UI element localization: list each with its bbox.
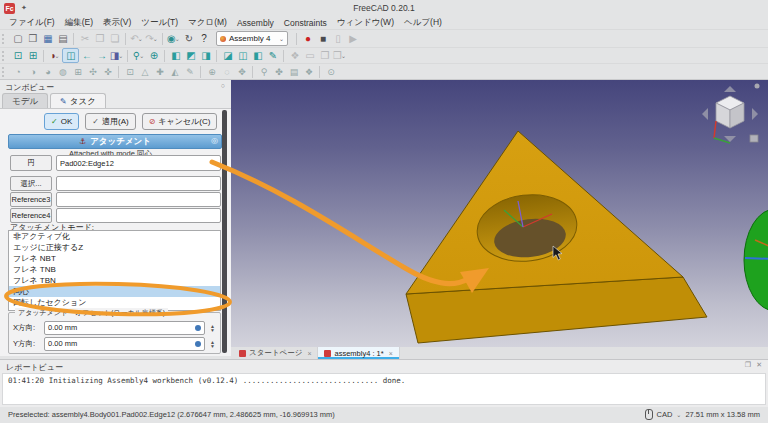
- asm4-tool-icon-1[interactable]: ◔: [10, 65, 25, 79]
- asm4-tool-icon-18[interactable]: ▤: [286, 65, 301, 79]
- menu-edit[interactable]: 編集(E): [60, 17, 98, 29]
- reference2-field[interactable]: [56, 176, 221, 191]
- asm4-tool-icon-14[interactable]: ◌: [219, 65, 234, 79]
- asm4-tool-icon-9[interactable]: △: [137, 65, 152, 79]
- view-front-icon[interactable]: ◧: [168, 49, 183, 63]
- toolbar-drag-handle[interactable]: [2, 51, 7, 61]
- tab-task[interactable]: ✎ タスク: [50, 93, 106, 108]
- nav-style-selector[interactable]: CAD: [657, 410, 673, 419]
- redo-icon[interactable]: ↷⌄: [144, 32, 159, 46]
- asm4-tool-icon-15[interactable]: ✥: [234, 65, 249, 79]
- reference4-button[interactable]: Reference4: [10, 208, 52, 223]
- view-back-icon[interactable]: ←: [79, 49, 94, 63]
- dock-float-icon[interactable]: ○: [221, 82, 225, 89]
- view-right-icon[interactable]: ◨: [198, 49, 213, 63]
- menu-constraints[interactable]: Constraints: [279, 18, 332, 28]
- view-bottom-icon[interactable]: ◫: [235, 49, 250, 63]
- sync-view-icon[interactable]: ❖: [287, 49, 302, 63]
- mode-deactivated[interactable]: 非アクティブ化: [9, 231, 220, 242]
- macro-record-icon[interactable]: ●: [300, 32, 315, 46]
- reference4-field[interactable]: [56, 208, 221, 223]
- paste-icon[interactable]: ❏: [107, 32, 122, 46]
- mode-frenet-tnb[interactable]: フレネ TNB: [9, 264, 220, 275]
- asm4-tool-icon-20[interactable]: ⊙: [323, 65, 338, 79]
- asm4-tool-icon-19[interactable]: ❖: [301, 65, 316, 79]
- asm4-tool-icon-10[interactable]: ✚: [152, 65, 167, 79]
- reference2-button[interactable]: 選択...: [10, 176, 52, 191]
- close-icon[interactable]: ×: [389, 350, 393, 357]
- undo-icon[interactable]: ↶⌄: [129, 32, 144, 46]
- chevron-down-icon[interactable]: ⌄: [676, 411, 681, 418]
- mode-frenet-nbt[interactable]: フレネ NBT: [9, 253, 220, 264]
- view-left-icon[interactable]: ◧: [250, 49, 265, 63]
- asm4-tool-icon-2[interactable]: ◑: [25, 65, 40, 79]
- panel-scrollbar[interactable]: [222, 110, 227, 353]
- asm4-tool-icon-5[interactable]: ⊞: [70, 65, 85, 79]
- asm4-tool-icon-6[interactable]: ✣: [85, 65, 100, 79]
- menu-help[interactable]: ヘルプ(H): [399, 17, 447, 29]
- measure-icon[interactable]: ✎: [265, 49, 280, 63]
- persp-ortho-icon[interactable]: ❒⌄: [332, 49, 347, 63]
- offset-x-spinner[interactable]: ▲▼: [208, 324, 217, 332]
- cancel-button[interactable]: ⊘ キャンセル(C): [142, 113, 218, 130]
- macro-play-icon[interactable]: ▶: [345, 32, 360, 46]
- refresh-icon[interactable]: ↻: [181, 32, 196, 46]
- attachment-mode-list[interactable]: 非アクティブ化エッジに正接するZフレネ NBTフレネ TNBフレネ TBN同心回…: [8, 230, 221, 311]
- datum-circle[interactable]: [744, 209, 768, 311]
- section-help-icon[interactable]: ◎: [211, 136, 218, 145]
- menu-tools[interactable]: ツール(T): [136, 17, 183, 29]
- navigation-cube[interactable]: [702, 84, 760, 144]
- menu-view[interactable]: 表示(V): [98, 17, 136, 29]
- asm4-tool-icon-4[interactable]: ◍: [55, 65, 70, 79]
- menu-file[interactable]: ファイル(F): [4, 17, 60, 29]
- cut-icon[interactable]: ✂: [77, 32, 92, 46]
- view-forward-icon[interactable]: →: [94, 49, 109, 63]
- menu-assembly[interactable]: Assembly: [232, 18, 279, 28]
- offset-y-spinner[interactable]: ▲▼: [208, 340, 217, 348]
- isometric-view-icon[interactable]: ◫: [62, 48, 79, 63]
- view-top-icon[interactable]: ◩: [183, 49, 198, 63]
- ok-button[interactable]: ✓ OK: [44, 113, 79, 130]
- mode-frenet-tbn[interactable]: フレネ TBN: [9, 275, 220, 286]
- reference3-button[interactable]: Reference3: [10, 192, 52, 207]
- asm4-tool-icon-11[interactable]: ◭: [167, 65, 182, 79]
- tab-assembly4-document[interactable]: assembly4 : 1* ×: [318, 347, 399, 359]
- save-icon[interactable]: ▦: [40, 32, 55, 46]
- mode-revolution-section[interactable]: 回転したセクション: [9, 297, 220, 308]
- draw-style-icon[interactable]: ◑⌄: [47, 49, 62, 63]
- reference1-button[interactable]: 円: [10, 155, 52, 171]
- asm4-tool-icon-12[interactable]: ✎: [182, 65, 197, 79]
- workbench-selector[interactable]: Assembly 4 ⌄: [216, 31, 288, 46]
- toolbar-drag-handle[interactable]: [2, 34, 7, 44]
- whats-this-icon[interactable]: ?: [196, 32, 211, 46]
- mode-z-tangent-to-edge[interactable]: エッジに正接するZ: [9, 242, 220, 253]
- asm4-tool-icon-16[interactable]: ⚲: [256, 65, 271, 79]
- zoom-icon[interactable]: ⚲⌄: [131, 49, 146, 63]
- report-float-icon[interactable]: ❐: [745, 361, 751, 369]
- expression-icon[interactable]: [195, 341, 201, 347]
- 3d-viewport[interactable]: [231, 80, 768, 347]
- tab-model[interactable]: モデル: [2, 93, 48, 108]
- offset-x-field[interactable]: 0.00 mm: [44, 321, 205, 335]
- expression-icon[interactable]: [195, 325, 201, 331]
- fit-all-icon[interactable]: ⊡: [10, 49, 25, 63]
- attachment-section-header[interactable]: ⚓ アタッチメント ◎: [8, 134, 222, 149]
- view-rear-icon[interactable]: ◪: [220, 49, 235, 63]
- tab-start-page[interactable]: スタートページ ×: [233, 347, 318, 359]
- menu-macro[interactable]: マクロ(M): [183, 17, 232, 29]
- report-close-icon[interactable]: ✕: [756, 361, 762, 369]
- toolbar-drag-handle[interactable]: [2, 67, 7, 77]
- reference1-field[interactable]: [56, 155, 221, 171]
- box-select-icon[interactable]: ▭: [302, 49, 317, 63]
- asm4-tool-icon-17[interactable]: ✤: [271, 65, 286, 79]
- open-file-icon[interactable]: ❒: [25, 32, 40, 46]
- macro-stop-icon[interactable]: ■: [315, 32, 330, 46]
- offset-y-field[interactable]: 0.00 mm: [44, 337, 205, 351]
- report-log[interactable]: 01:41:20 Initializing Assembly4 workbenc…: [2, 373, 766, 405]
- triangular-part[interactable]: [406, 131, 707, 343]
- copy-icon[interactable]: ❐: [92, 32, 107, 46]
- std-views-icon[interactable]: ◨⌄: [109, 49, 124, 63]
- axonometric-icon[interactable]: ⊕: [146, 49, 161, 63]
- apply-button[interactable]: ✓ 適用(A): [85, 113, 135, 130]
- macro-step-icon[interactable]: ▯: [330, 32, 345, 46]
